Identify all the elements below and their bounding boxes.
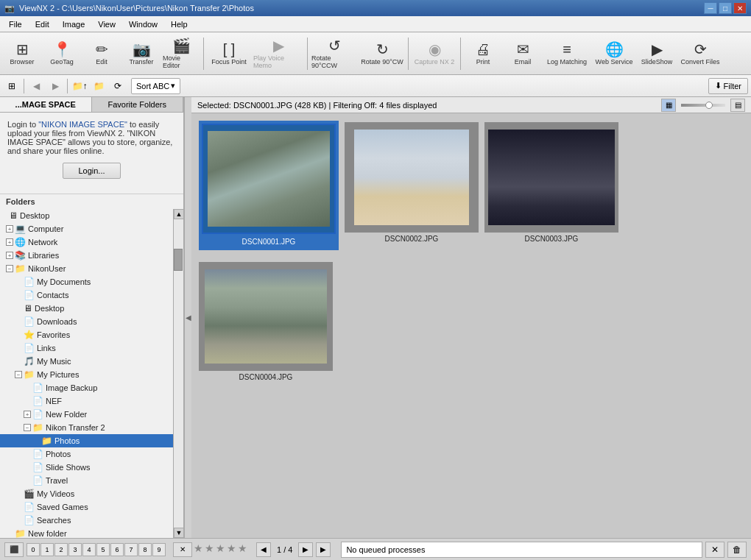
- rating-star-3[interactable]: ★: [216, 542, 225, 557]
- log-matching-button[interactable]: ≡ Log Matching: [543, 35, 590, 73]
- play-voice-memo-button[interactable]: ▶ Play Voice Memo: [253, 35, 304, 73]
- browser-button[interactable]: ⊞ Browser: [3, 35, 41, 73]
- tree-item-saved-games[interactable]: 📄 Saved Games: [0, 500, 173, 514]
- edit-button[interactable]: ✏ Edit: [82, 35, 121, 73]
- menu-edit[interactable]: Edit: [29, 18, 55, 30]
- tree-item-my-music[interactable]: 🎵 My Music: [0, 355, 173, 368]
- menu-view[interactable]: View: [92, 18, 121, 30]
- num-btn-3[interactable]: 3: [68, 543, 82, 556]
- tree-item-new-folder[interactable]: + 📄 New Folder: [0, 408, 173, 421]
- tree-item-computer[interactable]: + 💻 Computer: [0, 222, 173, 235]
- tree-item-desktop-user[interactable]: 🖥 Desktop: [0, 302, 173, 315]
- tree-item-downloads[interactable]: 📄 Downloads: [0, 315, 173, 328]
- tree-item-searches[interactable]: 📄 Searches: [0, 514, 173, 527]
- num-btn-1[interactable]: 1: [40, 543, 54, 556]
- expand-box[interactable]: +: [24, 411, 31, 418]
- tree-item-nikonuser[interactable]: − 📁 NikonUser: [0, 262, 173, 275]
- rating-star-4[interactable]: ★: [227, 542, 236, 557]
- tree-item-my-pictures[interactable]: − 📁 My Pictures: [0, 368, 173, 381]
- sort-button[interactable]: Sort ABC ▾: [131, 78, 180, 94]
- rating-clear-button[interactable]: ✕: [173, 542, 192, 557]
- web-service-button[interactable]: 🌐 Web Service: [592, 35, 636, 73]
- folder-up-button[interactable]: 📁↑: [71, 77, 88, 95]
- email-button[interactable]: ✉ Email: [504, 35, 542, 73]
- bottom-action-button[interactable]: ✕: [705, 542, 724, 558]
- folder-icon-btn[interactable]: 📁: [90, 77, 107, 95]
- filmstrip-view-button[interactable]: ▤: [730, 99, 745, 112]
- tab-favorite-folders[interactable]: Favorite Folders: [92, 97, 184, 112]
- num-btn-0[interactable]: 0: [27, 543, 40, 556]
- photo-item-3[interactable]: DSCN0003.JPG: [484, 122, 618, 250]
- expand-box[interactable]: −: [6, 265, 13, 272]
- num-btn-8[interactable]: 8: [138, 543, 152, 556]
- back-button[interactable]: ◀: [27, 77, 45, 95]
- maximize-button[interactable]: □: [719, 2, 732, 14]
- folder-tree[interactable]: 🖥 Desktop + 💻 Computer + 🌐 Network + 📚 L…: [0, 209, 173, 538]
- tree-item-my-documents[interactable]: 📄 My Documents: [0, 275, 173, 288]
- login-button[interactable]: Login...: [63, 163, 120, 179]
- convert-files-button[interactable]: ⟳ Convert Files: [677, 35, 723, 73]
- scroll-thumb[interactable]: [174, 249, 183, 271]
- print-button[interactable]: 🖨 Print: [464, 35, 502, 73]
- forward-button[interactable]: ▶: [46, 77, 64, 95]
- folder-tree-scrollbar[interactable]: ▲ ▼: [173, 209, 183, 538]
- num-btn-7[interactable]: 7: [124, 543, 138, 556]
- tree-item-travel[interactable]: 📄 Travel: [0, 474, 173, 487]
- focus-point-button[interactable]: [ ] Focus Point: [207, 35, 251, 73]
- geotag-button[interactable]: 📍 GeoTag: [43, 35, 81, 73]
- menu-file[interactable]: File: [3, 18, 28, 30]
- page-prev-button[interactable]: ◀: [256, 542, 271, 557]
- close-button[interactable]: ✕: [733, 2, 747, 14]
- tree-item-contacts[interactable]: 📄 Contacts: [0, 288, 173, 302]
- slideshow-button[interactable]: ▶ SlideShow: [638, 35, 676, 73]
- num-btn-4[interactable]: 4: [82, 543, 96, 556]
- rotate-ccw-button[interactable]: ↺ Rotate 90°CCW: [311, 35, 358, 73]
- bottom-btn-0[interactable]: ⬛: [4, 542, 24, 557]
- menu-image[interactable]: Image: [57, 18, 91, 30]
- num-btn-5[interactable]: 5: [96, 543, 110, 556]
- scroll-down-arrow[interactable]: ▼: [174, 528, 183, 538]
- refresh-button[interactable]: ⟳: [109, 77, 127, 95]
- nikon-image-space-link[interactable]: "NIKON IMAGE SPACE": [38, 120, 127, 129]
- menu-help[interactable]: Help: [165, 18, 194, 30]
- transfer-button[interactable]: 📷 Transfer: [122, 35, 161, 73]
- num-btn-2[interactable]: 2: [54, 543, 68, 556]
- menu-window[interactable]: Window: [123, 18, 163, 30]
- page-play-button[interactable]: ▶: [298, 542, 313, 557]
- photo-item-2[interactable]: DSCN0002.JPG: [345, 122, 479, 250]
- filter-button[interactable]: ⬇ Filter: [708, 78, 748, 94]
- zoom-slider[interactable]: [681, 104, 725, 107]
- capture-nx2-button[interactable]: ◉ Capture NX 2: [412, 35, 457, 73]
- expand-box[interactable]: +: [6, 225, 13, 233]
- thumbnail-view-button[interactable]: ▦: [661, 99, 676, 112]
- tree-item-links[interactable]: 📄 Links: [0, 341, 173, 355]
- num-btn-9[interactable]: 9: [152, 543, 166, 556]
- rotate-cw-button[interactable]: ↻ Rotate 90°CW: [359, 35, 405, 73]
- minimize-button[interactable]: ─: [704, 2, 717, 14]
- grid-view-button[interactable]: ⊞: [3, 77, 21, 95]
- rating-star-1[interactable]: ★: [194, 542, 203, 557]
- page-next-button[interactable]: ▶: [316, 542, 331, 557]
- tree-item-libraries[interactable]: + 📚 Libraries: [0, 249, 173, 262]
- tab-image-space[interactable]: ...MAGE SPACE: [0, 97, 92, 112]
- photo-item-4[interactable]: DSCN0004.JPG: [199, 262, 333, 381]
- zoom-thumb[interactable]: [705, 102, 713, 109]
- expand-box[interactable]: +: [6, 238, 13, 246]
- tree-item-image-backup[interactable]: 📄 Image Backup: [0, 381, 173, 394]
- expand-box[interactable]: −: [24, 424, 31, 431]
- tree-item-nikon-transfer-2[interactable]: − 📁 Nikon Transfer 2: [0, 421, 173, 434]
- expand-box[interactable]: +: [6, 252, 13, 259]
- tree-item-nef[interactable]: 📄 NEF: [0, 394, 173, 408]
- bottom-trash-button[interactable]: 🗑: [727, 542, 747, 558]
- tree-item-desktop-root[interactable]: 🖥 Desktop: [0, 209, 173, 222]
- photo-item-1[interactable]: DSCN0001.JPG: [199, 121, 339, 250]
- scroll-up-arrow[interactable]: ▲: [174, 209, 183, 219]
- tree-item-network[interactable]: + 🌐 Network: [0, 235, 173, 249]
- num-btn-6[interactable]: 6: [110, 543, 124, 556]
- tree-item-slide-shows[interactable]: 📄 Slide Shows: [0, 461, 173, 474]
- tree-item-photos-root[interactable]: 📄 Photos: [0, 447, 173, 461]
- tree-item-photos-selected[interactable]: 📁 Photos: [0, 434, 173, 447]
- rating-star-2[interactable]: ★: [205, 542, 214, 557]
- tree-item-new-folder-root[interactable]: 📁 New folder: [0, 527, 173, 538]
- tree-item-my-videos[interactable]: 🎬 My Videos: [0, 487, 173, 500]
